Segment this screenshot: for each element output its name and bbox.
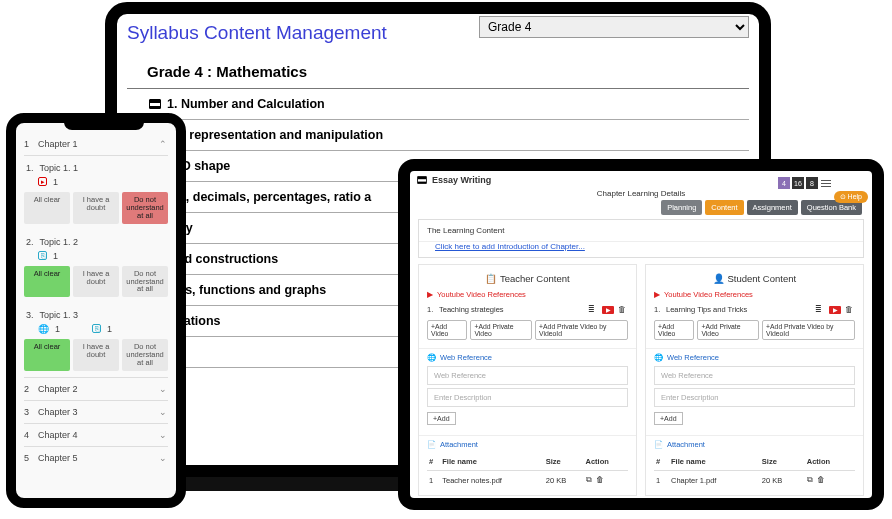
student-content-panel: 👤 Student Content ▶ Youtube Video Refere… bbox=[645, 264, 864, 496]
chapter-item[interactable]: 3Chapter 3⌄ bbox=[24, 401, 168, 424]
have-doubt-button[interactable]: I have a doubt bbox=[73, 266, 119, 298]
resource-count: 1 bbox=[53, 251, 58, 261]
count-badge: 4 bbox=[778, 177, 790, 189]
menu-icon[interactable] bbox=[820, 177, 832, 189]
learning-content-card: The Learning Content Click here to add I… bbox=[418, 219, 864, 258]
web-reference-section: 🌐 Web Reference bbox=[427, 353, 628, 362]
attachments-table: # File name Size Action 1 Teacher notes.… bbox=[427, 453, 628, 489]
chapter-title: Essay Writing bbox=[432, 175, 491, 185]
description-input[interactable]: Enter Description bbox=[427, 388, 628, 407]
not-understand-button[interactable]: Do not understand at all bbox=[122, 339, 168, 371]
download-icon[interactable]: ⧉ bbox=[586, 475, 592, 485]
video-entry: 1. Teaching strategies ≣ ▶ 🗑 bbox=[427, 303, 628, 316]
chapter-item[interactable]: 4Chapter 4⌄ bbox=[24, 424, 168, 447]
resource-count: 1 bbox=[55, 324, 60, 334]
delete-icon[interactable]: 🗑 bbox=[817, 475, 825, 484]
list-icon[interactable]: ≣ bbox=[815, 306, 825, 314]
add-video-button[interactable]: +Add Video bbox=[427, 320, 467, 340]
book-icon bbox=[149, 99, 161, 109]
add-private-video-by-id-button[interactable]: +Add Private Video by VideoId bbox=[535, 320, 628, 340]
have-doubt-button[interactable]: I have a doubt bbox=[73, 339, 119, 371]
add-web-reference-button[interactable]: +Add bbox=[427, 412, 456, 425]
table-row: 1 Chapter 1.pdf 20 KB ⧉🗑 bbox=[654, 471, 855, 490]
col-file: File name bbox=[669, 453, 760, 471]
topic-number: 3. bbox=[26, 310, 34, 320]
download-icon[interactable]: ⧉ bbox=[807, 475, 813, 485]
have-doubt-button[interactable]: I have a doubt bbox=[73, 192, 119, 224]
attachment-icon: ⎘ bbox=[38, 251, 47, 260]
tab-assignment[interactable]: Assignment bbox=[747, 200, 798, 215]
card-title: The Learning Content bbox=[419, 220, 863, 242]
col-size: Size bbox=[760, 453, 805, 471]
list-icon[interactable]: ≣ bbox=[588, 306, 598, 314]
globe-icon: 🌐 bbox=[38, 324, 49, 334]
all-clear-button[interactable]: All clear bbox=[24, 192, 70, 224]
delete-icon[interactable]: 🗑 bbox=[845, 306, 855, 314]
chapter-row[interactable]: 1. Number and Calculation bbox=[127, 89, 749, 120]
chapter-row[interactable]: ebraic representation and manipulation bbox=[127, 120, 749, 151]
tab-planning[interactable]: Planning bbox=[661, 200, 702, 215]
col-num: # bbox=[654, 453, 669, 471]
col-action: Action bbox=[584, 453, 629, 471]
attachment-section: 📄 Attachment bbox=[654, 440, 855, 449]
chapter-title: 1. Number and Calculation bbox=[167, 97, 325, 111]
teacher-content-panel: 📋 Teacher Content ▶ Youtube Video Refere… bbox=[418, 264, 637, 496]
all-clear-button[interactable]: All clear bbox=[24, 339, 70, 371]
topic-block: 1. Topic 1. 1 ▸ 1 All clear I have a dou… bbox=[24, 156, 168, 230]
chapter-item[interactable]: 2Chapter 2⌄ bbox=[24, 378, 168, 401]
topic-block: 2. Topic 1. 2 ⎘ 1 All clear I have a dou… bbox=[24, 230, 168, 304]
topic-number: 1. bbox=[26, 163, 34, 173]
chevron-up-icon: ⌃ bbox=[158, 139, 168, 149]
web-reference-section: 🌐 Web Reference bbox=[654, 353, 855, 362]
col-size: Size bbox=[544, 453, 584, 471]
youtube-icon[interactable]: ▶ bbox=[602, 306, 614, 314]
chapter-item-expanded[interactable]: 1 Chapter 1 ⌃ bbox=[24, 133, 168, 156]
grade-select[interactable]: Grade 4 bbox=[479, 16, 749, 38]
col-file: File name bbox=[440, 453, 543, 471]
add-intro-link[interactable]: Click here to add Introduction of Chapte… bbox=[419, 242, 863, 257]
web-reference-input[interactable]: Web Reference bbox=[654, 366, 855, 385]
chapter-number: 1 bbox=[24, 139, 38, 149]
add-private-video-button[interactable]: +Add Private Video bbox=[470, 320, 532, 340]
youtube-icon[interactable]: ▶ bbox=[829, 306, 841, 314]
count-badge: 16 bbox=[792, 177, 804, 189]
resource-count: 1 bbox=[107, 324, 112, 334]
panel-heading: 📋 Teacher Content bbox=[427, 271, 628, 290]
col-num: # bbox=[427, 453, 440, 471]
table-row: 1 Teacher notes.pdf 20 KB ⧉🗑 bbox=[427, 471, 628, 490]
count-badge: 8 bbox=[806, 177, 818, 189]
delete-icon[interactable]: 🗑 bbox=[596, 475, 604, 484]
help-button[interactable]: ⊙ Help bbox=[834, 191, 868, 203]
web-reference-input[interactable]: Web Reference bbox=[427, 366, 628, 385]
add-private-video-by-id-button[interactable]: +Add Private Video by VideoId bbox=[762, 320, 855, 340]
chapter-name: Chapter 1 bbox=[38, 139, 158, 149]
topic-block: 3. Topic 1. 3 🌐 1 ⎘ 1 All clear I have a… bbox=[24, 303, 168, 378]
chevron-down-icon: ⌄ bbox=[158, 430, 168, 440]
all-clear-button[interactable]: All clear bbox=[24, 266, 70, 298]
col-action: Action bbox=[805, 453, 855, 471]
description-input[interactable]: Enter Description bbox=[654, 388, 855, 407]
add-private-video-button[interactable]: +Add Private Video bbox=[697, 320, 759, 340]
add-video-button[interactable]: +Add Video bbox=[654, 320, 694, 340]
not-understand-button[interactable]: Do not understand at all bbox=[122, 266, 168, 298]
delete-icon[interactable]: 🗑 bbox=[618, 306, 628, 314]
video-entry: 1. Learning Tips and Tricks ≣ ▶ 🗑 bbox=[654, 303, 855, 316]
chevron-down-icon: ⌄ bbox=[158, 407, 168, 417]
tablet-device: Essay Writing 4 16 8 ⊙ Help Chapter Lear… bbox=[398, 159, 884, 510]
resource-count: 1 bbox=[53, 177, 58, 187]
topic-name: Topic 1. 3 bbox=[40, 310, 79, 320]
topic-name: Topic 1. 1 bbox=[40, 163, 79, 173]
youtube-section-title: ▶ Youtube Video References bbox=[654, 290, 855, 299]
chapter-item[interactable]: 5Chapter 5⌄ bbox=[24, 447, 168, 469]
topic-number: 2. bbox=[26, 237, 34, 247]
youtube-icon: ▸ bbox=[38, 177, 47, 186]
tablet-screen: Essay Writing 4 16 8 ⊙ Help Chapter Lear… bbox=[410, 171, 872, 498]
attachment-section: 📄 Attachment bbox=[427, 440, 628, 449]
not-understand-button[interactable]: Do not understand at all bbox=[122, 192, 168, 224]
add-web-reference-button[interactable]: +Add bbox=[654, 412, 683, 425]
phone-notch bbox=[64, 122, 144, 130]
subject-heading: Grade 4 : Mathematics bbox=[127, 49, 749, 89]
tab-content[interactable]: Content bbox=[705, 200, 743, 215]
panel-heading: 👤 Student Content bbox=[654, 271, 855, 290]
chevron-down-icon: ⌄ bbox=[158, 453, 168, 463]
